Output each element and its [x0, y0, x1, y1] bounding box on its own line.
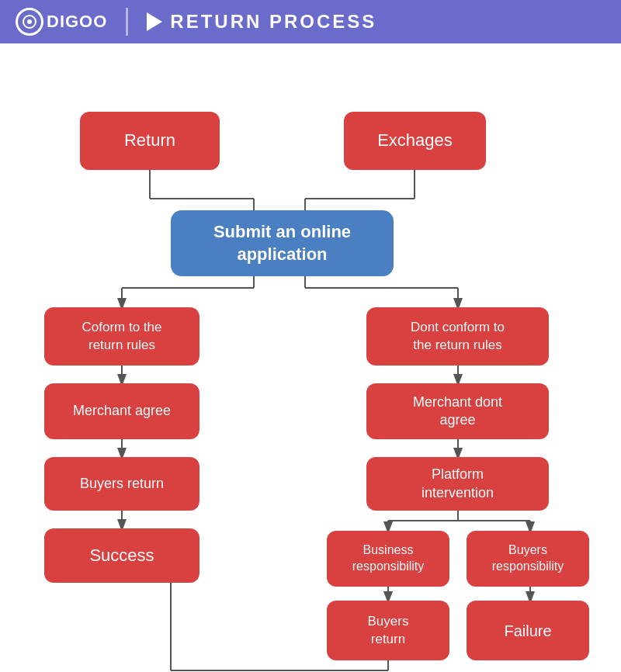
- failure-box: Failure: [467, 601, 589, 660]
- success-box: Success: [44, 528, 199, 583]
- platform-box: Platform intervention: [366, 457, 549, 511]
- buyers-return-left-box: Buyers return: [44, 457, 199, 511]
- buyers-return-right-box: Buyers return: [327, 601, 449, 660]
- title-text: RETURN PROCESS: [170, 11, 376, 33]
- return-box: Return: [80, 112, 220, 170]
- merchant-agree-box: Merchant agree: [44, 383, 199, 439]
- logo-circle: [16, 8, 43, 36]
- svg-point-1: [27, 19, 32, 24]
- submit-box: Submit an online application: [171, 210, 394, 276]
- header-divider: [126, 8, 128, 36]
- dont-conform-box: Dont conform to the return rules: [366, 307, 549, 365]
- logo: DIGOO: [16, 8, 107, 36]
- exchanges-box: Exchages: [344, 112, 486, 170]
- logo-text: DIGOO: [47, 12, 107, 32]
- diagram: Return Exchages Submit an online applica…: [0, 43, 621, 672]
- header: DIGOO RETURN PROCESS: [0, 0, 621, 43]
- header-title: RETURN PROCESS: [147, 11, 376, 33]
- play-icon: [147, 12, 162, 31]
- buyers-resp-box: Buyers responsibility: [467, 531, 589, 587]
- conform-box: Coform to the return rules: [44, 307, 199, 365]
- business-resp-box: Business responsibility: [327, 531, 449, 587]
- merchant-dont-box: Merchant dont agree: [366, 383, 549, 439]
